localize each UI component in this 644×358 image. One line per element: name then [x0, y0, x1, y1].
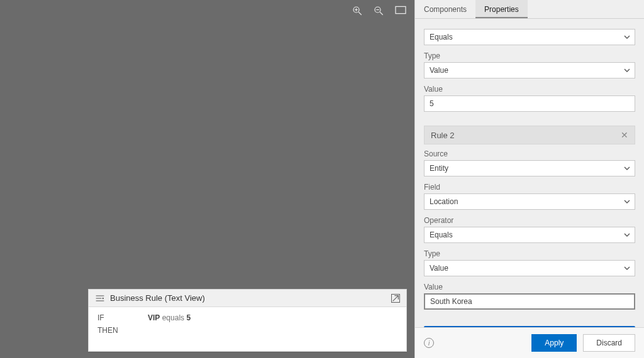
- rule1-operator-select[interactable]: Equals: [424, 29, 635, 45]
- rule2-operator-select[interactable]: Equals: [424, 227, 635, 243]
- if-condition: VIP equals 5: [148, 313, 191, 322]
- rule-logic-section: Rule Logic AND: [424, 326, 635, 327]
- design-canvas[interactable]: Business Rule (Text View) IF VIP equals: [0, 0, 414, 358]
- apply-button[interactable]: Apply: [531, 334, 577, 352]
- text-view-title: Business Rule (Text View): [110, 293, 205, 303]
- tab-bar: Components Properties: [415, 0, 644, 19]
- rule2-header: Rule 2 ✕: [424, 126, 635, 144]
- rule2-source-label: Source: [424, 149, 635, 158]
- tab-properties[interactable]: Properties: [475, 0, 528, 18]
- discard-button[interactable]: Discard: [583, 334, 635, 352]
- rule2-value-input[interactable]: [424, 293, 635, 310]
- rule1-partial: Equals Type Value Value: [424, 24, 635, 122]
- properties-panel: Components Properties Equals Type Value: [414, 0, 644, 358]
- business-rule-text-view-panel: Business Rule (Text View) IF VIP equals: [88, 289, 407, 352]
- fit-screen-icon[interactable]: [394, 5, 407, 16]
- svg-line-5: [380, 12, 383, 15]
- rule2-header-label: Rule 2: [431, 131, 455, 140]
- rule1-value-input[interactable]: [424, 95, 635, 112]
- rule-icon: [95, 294, 105, 303]
- svg-line-1: [358, 12, 362, 15]
- zoom-out-icon[interactable]: [373, 5, 384, 16]
- rule2-value-label: Value: [424, 283, 635, 291]
- rule2-field-label: Field: [424, 183, 635, 192]
- app-root: Business Rule (Text View) IF VIP equals: [0, 0, 644, 358]
- then-keyword: THEN: [97, 326, 123, 335]
- properties-footer: i Apply Discard: [415, 327, 644, 358]
- expand-icon[interactable]: [391, 294, 400, 303]
- rule2-type-select[interactable]: Value: [424, 260, 635, 276]
- rule2-block: Source Entity Field Location Operator Eq…: [424, 144, 635, 320]
- zoom-in-icon[interactable]: [352, 5, 363, 16]
- rule2-source-select[interactable]: Entity: [424, 160, 635, 176]
- tab-components[interactable]: Components: [415, 0, 475, 18]
- rule2-type-label: Type: [424, 249, 635, 258]
- rule1-type-select[interactable]: Value: [424, 62, 635, 79]
- rule1-type-label: Type: [424, 52, 635, 60]
- rule2-operator-label: Operator: [424, 216, 635, 225]
- if-keyword: IF: [97, 313, 123, 322]
- properties-scroll[interactable]: Equals Type Value Value Rule 2 ✕: [415, 19, 644, 327]
- canvas-toolbar: [352, 5, 407, 16]
- svg-point-11: [103, 297, 104, 298]
- rule2-field-select[interactable]: Location: [424, 193, 635, 210]
- svg-line-13: [393, 295, 399, 301]
- text-view-header: Business Rule (Text View): [89, 290, 406, 307]
- rule2-remove-icon[interactable]: ✕: [621, 130, 628, 140]
- info-icon[interactable]: i: [424, 338, 434, 348]
- text-view-body: IF VIP equals 5 THEN: [89, 307, 406, 351]
- rule1-value-label: Value: [424, 85, 635, 94]
- svg-rect-7: [396, 6, 406, 13]
